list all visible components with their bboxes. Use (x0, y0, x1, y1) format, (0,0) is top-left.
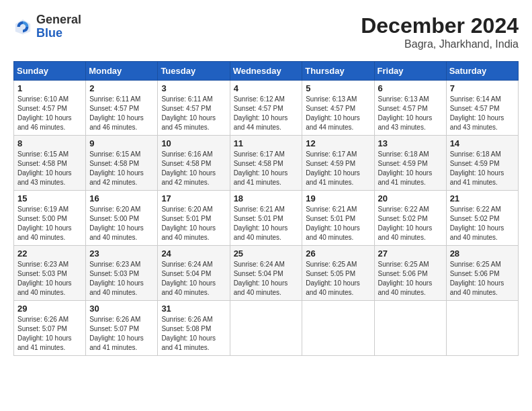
day-info: Sunrise: 6:15 AM Sunset: 4:58 PM Dayligh… (89, 150, 154, 187)
calendar-cell: 27 Sunrise: 6:25 AM Sunset: 5:06 PM Dayl… (374, 246, 446, 301)
calendar-week-row: 8 Sunrise: 6:15 AM Sunset: 4:58 PM Dayli… (14, 136, 519, 191)
day-number: 4 (234, 83, 299, 93)
day-info: Sunrise: 6:20 AM Sunset: 5:00 PM Dayligh… (89, 205, 154, 242)
col-sunday: Sunday (14, 62, 86, 81)
calendar-cell: 23 Sunrise: 6:23 AM Sunset: 5:03 PM Dayl… (86, 246, 158, 301)
day-info: Sunrise: 6:17 AM Sunset: 4:59 PM Dayligh… (306, 150, 370, 187)
logo-general: General (36, 13, 81, 26)
day-number: 27 (378, 248, 443, 259)
calendar-cell: 12 Sunrise: 6:17 AM Sunset: 4:59 PM Dayl… (302, 136, 374, 191)
day-number: 22 (17, 248, 82, 259)
day-info: Sunrise: 6:17 AM Sunset: 4:58 PM Dayligh… (234, 150, 299, 187)
calendar-cell: 6 Sunrise: 6:13 AM Sunset: 4:57 PM Dayli… (374, 81, 446, 136)
day-number: 8 (17, 138, 82, 148)
day-number: 19 (306, 193, 370, 203)
day-info: Sunrise: 6:26 AM Sunset: 5:08 PM Dayligh… (161, 315, 226, 353)
day-number: 1 (17, 83, 82, 93)
day-number: 13 (378, 138, 443, 148)
day-info: Sunrise: 6:21 AM Sunset: 5:01 PM Dayligh… (234, 205, 299, 242)
col-thursday: Thursday (302, 62, 374, 81)
day-info: Sunrise: 6:10 AM Sunset: 4:57 PM Dayligh… (17, 95, 82, 132)
title-block: December 2024 Bagra, Jharkhand, India (361, 13, 519, 50)
calendar-table: Sunday Monday Tuesday Wednesday Thursday… (13, 61, 519, 356)
logo-text: General Blue (36, 13, 81, 40)
calendar-cell: 17 Sunrise: 6:20 AM Sunset: 5:01 PM Dayl… (158, 191, 230, 246)
day-number: 20 (378, 193, 443, 203)
day-info: Sunrise: 6:24 AM Sunset: 5:04 PM Dayligh… (161, 260, 226, 298)
day-info: Sunrise: 6:25 AM Sunset: 5:06 PM Dayligh… (378, 260, 443, 298)
calendar-cell: 7 Sunrise: 6:14 AM Sunset: 4:57 PM Dayli… (446, 81, 518, 136)
calendar-cell: 30 Sunrise: 6:26 AM Sunset: 5:07 PM Dayl… (86, 301, 158, 356)
day-info: Sunrise: 6:23 AM Sunset: 5:03 PM Dayligh… (17, 260, 82, 298)
day-info: Sunrise: 6:25 AM Sunset: 5:06 PM Dayligh… (450, 260, 515, 298)
calendar-cell: 26 Sunrise: 6:25 AM Sunset: 5:05 PM Dayl… (302, 246, 374, 301)
logo: General Blue (13, 13, 81, 40)
calendar-cell: 24 Sunrise: 6:24 AM Sunset: 5:04 PM Dayl… (158, 246, 230, 301)
day-info: Sunrise: 6:18 AM Sunset: 4:59 PM Dayligh… (450, 150, 515, 187)
day-number: 6 (378, 83, 443, 93)
calendar-cell (230, 301, 302, 356)
day-number: 5 (306, 83, 370, 93)
calendar-cell: 16 Sunrise: 6:20 AM Sunset: 5:00 PM Dayl… (86, 191, 158, 246)
day-info: Sunrise: 6:14 AM Sunset: 4:57 PM Dayligh… (450, 95, 515, 132)
calendar-cell: 31 Sunrise: 6:26 AM Sunset: 5:08 PM Dayl… (158, 301, 230, 356)
day-info: Sunrise: 6:22 AM Sunset: 5:02 PM Dayligh… (378, 205, 443, 242)
calendar-header-row: Sunday Monday Tuesday Wednesday Thursday… (14, 62, 519, 81)
calendar-cell (374, 301, 446, 356)
day-number: 16 (89, 193, 154, 203)
day-number: 28 (450, 248, 515, 259)
day-info: Sunrise: 6:13 AM Sunset: 4:57 PM Dayligh… (306, 95, 370, 132)
calendar-cell: 13 Sunrise: 6:18 AM Sunset: 4:59 PM Dayl… (374, 136, 446, 191)
day-info: Sunrise: 6:11 AM Sunset: 4:57 PM Dayligh… (89, 95, 154, 132)
calendar-cell (446, 301, 518, 356)
col-friday: Friday (374, 62, 446, 81)
calendar-cell: 5 Sunrise: 6:13 AM Sunset: 4:57 PM Dayli… (302, 81, 374, 136)
calendar-cell: 28 Sunrise: 6:25 AM Sunset: 5:06 PM Dayl… (446, 246, 518, 301)
calendar-week-row: 1 Sunrise: 6:10 AM Sunset: 4:57 PM Dayli… (14, 81, 519, 136)
day-number: 3 (161, 83, 226, 93)
calendar-cell: 11 Sunrise: 6:17 AM Sunset: 4:58 PM Dayl… (230, 136, 302, 191)
calendar-cell: 10 Sunrise: 6:16 AM Sunset: 4:58 PM Dayl… (158, 136, 230, 191)
day-number: 11 (234, 138, 299, 148)
calendar-cell: 4 Sunrise: 6:12 AM Sunset: 4:57 PM Dayli… (230, 81, 302, 136)
calendar-week-row: 22 Sunrise: 6:23 AM Sunset: 5:03 PM Dayl… (14, 246, 519, 301)
day-info: Sunrise: 6:16 AM Sunset: 4:58 PM Dayligh… (161, 150, 226, 187)
month-title: December 2024 (361, 13, 519, 38)
day-number: 12 (306, 138, 370, 148)
col-monday: Monday (86, 62, 158, 81)
day-info: Sunrise: 6:18 AM Sunset: 4:59 PM Dayligh… (378, 150, 443, 187)
col-tuesday: Tuesday (158, 62, 230, 81)
day-number: 9 (89, 138, 154, 148)
day-number: 18 (234, 193, 299, 203)
calendar-cell: 1 Sunrise: 6:10 AM Sunset: 4:57 PM Dayli… (14, 81, 86, 136)
day-number: 7 (450, 83, 515, 93)
day-number: 24 (161, 248, 226, 259)
day-info: Sunrise: 6:22 AM Sunset: 5:02 PM Dayligh… (450, 205, 515, 242)
day-info: Sunrise: 6:24 AM Sunset: 5:04 PM Dayligh… (234, 260, 299, 298)
day-info: Sunrise: 6:25 AM Sunset: 5:05 PM Dayligh… (306, 260, 370, 298)
day-info: Sunrise: 6:26 AM Sunset: 5:07 PM Dayligh… (89, 315, 154, 353)
day-number: 31 (161, 304, 226, 314)
day-number: 23 (89, 248, 154, 259)
location-title: Bagra, Jharkhand, India (361, 38, 519, 50)
calendar-cell: 9 Sunrise: 6:15 AM Sunset: 4:58 PM Dayli… (86, 136, 158, 191)
calendar-week-row: 15 Sunrise: 6:19 AM Sunset: 5:00 PM Dayl… (14, 191, 519, 246)
day-number: 26 (306, 248, 370, 259)
calendar-cell: 29 Sunrise: 6:26 AM Sunset: 5:07 PM Dayl… (14, 301, 86, 356)
day-number: 14 (450, 138, 515, 148)
day-number: 21 (450, 193, 515, 203)
day-info: Sunrise: 6:26 AM Sunset: 5:07 PM Dayligh… (17, 315, 82, 353)
calendar-cell: 14 Sunrise: 6:18 AM Sunset: 4:59 PM Dayl… (446, 136, 518, 191)
calendar-cell: 25 Sunrise: 6:24 AM Sunset: 5:04 PM Dayl… (230, 246, 302, 301)
calendar-cell (302, 301, 374, 356)
calendar-cell: 15 Sunrise: 6:19 AM Sunset: 5:00 PM Dayl… (14, 191, 86, 246)
calendar-cell: 8 Sunrise: 6:15 AM Sunset: 4:58 PM Dayli… (14, 136, 86, 191)
calendar-cell: 20 Sunrise: 6:22 AM Sunset: 5:02 PM Dayl… (374, 191, 446, 246)
day-number: 29 (17, 304, 82, 314)
calendar-cell: 2 Sunrise: 6:11 AM Sunset: 4:57 PM Dayli… (86, 81, 158, 136)
day-number: 15 (17, 193, 82, 203)
calendar-cell: 19 Sunrise: 6:21 AM Sunset: 5:01 PM Dayl… (302, 191, 374, 246)
calendar-cell: 18 Sunrise: 6:21 AM Sunset: 5:01 PM Dayl… (230, 191, 302, 246)
col-wednesday: Wednesday (230, 62, 302, 81)
day-info: Sunrise: 6:12 AM Sunset: 4:57 PM Dayligh… (234, 95, 299, 132)
